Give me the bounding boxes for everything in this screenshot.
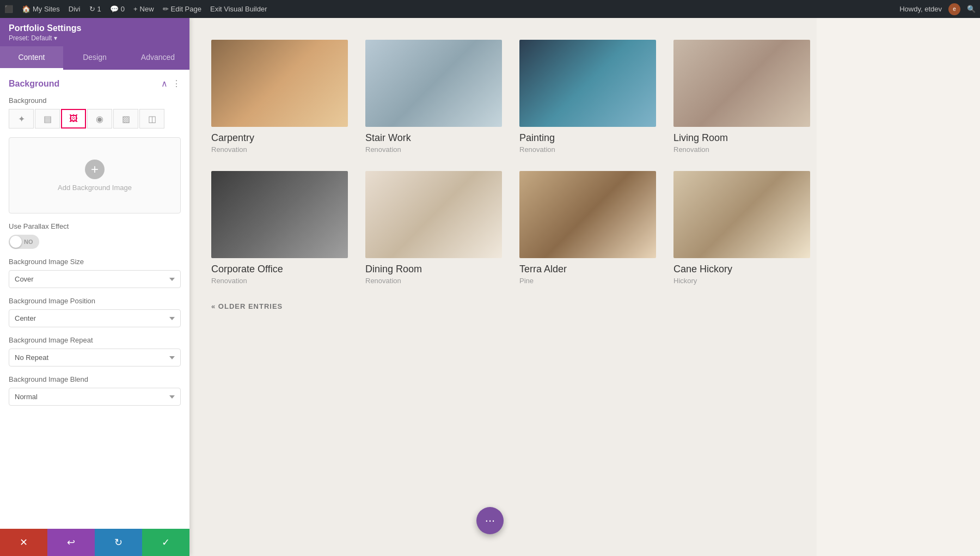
none-icon: ✦	[18, 114, 25, 124]
bg-size-select[interactable]: Cover Contain Auto	[9, 270, 181, 288]
edit-page-btn[interactable]: ✏ Edit Page	[163, 5, 201, 13]
image-icon: 🖼	[69, 114, 78, 124]
wp-logo[interactable]: ⬛	[4, 5, 13, 13]
portfolio-cat-livingroom: Renovation	[673, 145, 810, 154]
exit-label: Exit Visual Builder	[210, 5, 267, 13]
panel-preset[interactable]: Preset: Default ▾	[9, 34, 181, 42]
portfolio-img-dining	[365, 171, 502, 258]
bg-type-video[interactable]: ◫	[139, 109, 164, 129]
plus-icon: +	[133, 5, 138, 13]
wp-icon: ⬛	[4, 5, 13, 13]
section-controls: ∧ ⋮	[161, 78, 181, 89]
section-collapse-icon[interactable]: ∧	[161, 78, 168, 89]
bg-repeat-label: Background Image Repeat	[9, 336, 181, 344]
portfolio-cat-canehicory: Hickory	[673, 277, 810, 285]
bg-blend-label: Background Image Blend	[9, 375, 181, 383]
left-panel: Portfolio Settings Preset: Default ▾ Con…	[0, 18, 189, 556]
gradient-icon: ◉	[96, 114, 103, 124]
portfolio-img-carpentry	[211, 40, 348, 127]
portfolio-item-canehicory[interactable]: Cane Hickory Hickory	[673, 171, 810, 285]
main-content: Carpentry Renovation Stair Work Renovati…	[189, 18, 980, 556]
bg-position-select[interactable]: Center Top Left Top Center Top Right Cen…	[9, 309, 181, 327]
tab-content-label: Content	[18, 53, 45, 62]
color-icon: ▤	[44, 114, 52, 124]
portfolio-img-stairwork	[365, 40, 502, 127]
section-title: Background	[9, 79, 59, 89]
panel-footer: ✕ ↩ ↻ ✓	[0, 529, 189, 556]
home-icon: 🏠	[22, 5, 30, 13]
divi-menu[interactable]: Divi	[69, 5, 81, 13]
search-icon[interactable]: 🔍	[967, 5, 976, 13]
undo-button[interactable]: ↩	[47, 529, 95, 556]
admin-bar: ⬛ 🏠 My Sites Divi ↻ 1 💬 0 + New ✏ Edit P…	[0, 0, 980, 18]
portfolio-item-terraalder[interactable]: Terra Alder Pine	[519, 171, 656, 285]
tab-design-label: Design	[83, 53, 107, 62]
divi-label: Divi	[69, 5, 81, 13]
right-overlay	[817, 18, 980, 556]
avatar[interactable]: e	[948, 3, 960, 15]
portfolio-item-carpentry[interactable]: Carpentry Renovation	[211, 40, 348, 154]
parallax-value: NO	[24, 239, 33, 245]
bg-size-label: Background Image Size	[9, 258, 181, 266]
updates-menu[interactable]: ↻ 1	[89, 5, 101, 13]
exit-builder-btn[interactable]: Exit Visual Builder	[210, 5, 267, 13]
bg-type-color[interactable]: ▤	[35, 109, 60, 129]
howdy-label: Howdy, etdev	[899, 5, 942, 13]
bg-type-gradient[interactable]: ◉	[87, 109, 112, 129]
portfolio-name-stairwork: Stair Work	[365, 132, 502, 144]
bg-type-image[interactable]: 🖼	[61, 109, 86, 129]
tab-advanced[interactable]: Advanced	[126, 46, 189, 70]
portfolio-item-dining[interactable]: Dining Room Renovation	[365, 171, 502, 285]
my-sites-label: My Sites	[33, 5, 60, 13]
portfolio-item-stairwork[interactable]: Stair Work Renovation	[365, 40, 502, 154]
portfolio-grid: Carpentry Renovation Stair Work Renovati…	[211, 40, 810, 285]
comment-count: 0	[121, 5, 125, 13]
redo-button[interactable]: ↻	[95, 529, 142, 556]
new-menu[interactable]: + New	[133, 5, 154, 13]
portfolio-cat-carpentry: Renovation	[211, 145, 348, 154]
tab-design[interactable]: Design	[63, 46, 126, 70]
save-button[interactable]: ✓	[142, 529, 189, 556]
panel-header: Portfolio Settings Preset: Default ▾	[0, 18, 189, 46]
fab-button[interactable]: ···	[476, 507, 504, 534]
portfolio-item-painting[interactable]: Painting Renovation	[519, 40, 656, 154]
bg-repeat-field: Background Image Repeat No Repeat Repeat…	[9, 336, 181, 366]
portfolio-name-painting: Painting	[519, 132, 656, 144]
parallax-field: Use Parallax Effect NO	[9, 222, 181, 249]
background-field: Background ✦ ▤ 🖼 ◉ ▨	[9, 96, 181, 129]
fab-icon: ···	[485, 514, 495, 528]
avatar-letter: e	[953, 6, 956, 12]
redo-icon: ↻	[114, 536, 122, 548]
bg-type-none[interactable]: ✦	[9, 109, 34, 129]
portfolio-name-dining: Dining Room	[365, 264, 502, 275]
pattern-icon: ▨	[122, 114, 130, 124]
portfolio-img-terraalder	[519, 171, 656, 258]
bg-repeat-select[interactable]: No Repeat Repeat Repeat X Repeat Y	[9, 349, 181, 366]
portfolio-img-office	[211, 171, 348, 258]
tab-content[interactable]: Content	[0, 46, 63, 70]
chevron-down-icon: ▾	[54, 34, 57, 42]
bg-type-pattern[interactable]: ▨	[113, 109, 138, 129]
preset-label: Preset: Default	[9, 34, 52, 42]
tab-advanced-label: Advanced	[141, 53, 175, 62]
comments-menu[interactable]: 💬 0	[110, 5, 125, 13]
panel-tabs: Content Design Advanced	[0, 46, 189, 70]
bg-position-label: Background Image Position	[9, 297, 181, 305]
toggle-knob	[10, 236, 22, 248]
image-upload-area[interactable]: + Add Background Image	[9, 137, 181, 213]
cancel-button[interactable]: ✕	[0, 529, 47, 556]
portfolio-item-livingroom[interactable]: Living Room Renovation	[673, 40, 810, 154]
cancel-icon: ✕	[20, 536, 28, 548]
panel-body: Background ∧ ⋮ Background ✦ ▤ 🖼	[0, 70, 189, 529]
bg-blend-select[interactable]: Normal Multiply Screen Overlay Darken Li…	[9, 388, 181, 406]
background-section-header: Background ∧ ⋮	[9, 78, 181, 89]
layout: Portfolio Settings Preset: Default ▾ Con…	[0, 18, 980, 556]
parallax-toggle[interactable]: NO	[9, 235, 39, 249]
section-menu-icon[interactable]: ⋮	[172, 78, 181, 89]
portfolio-item-office[interactable]: Corporate Office Renovation	[211, 171, 348, 285]
background-field-label: Background	[9, 96, 181, 105]
my-sites-menu[interactable]: 🏠 My Sites	[22, 5, 60, 13]
parallax-toggle-row: NO	[9, 235, 181, 249]
admin-bar-right: Howdy, etdev e 🔍	[899, 3, 976, 15]
upload-plus-icon: +	[85, 160, 105, 179]
